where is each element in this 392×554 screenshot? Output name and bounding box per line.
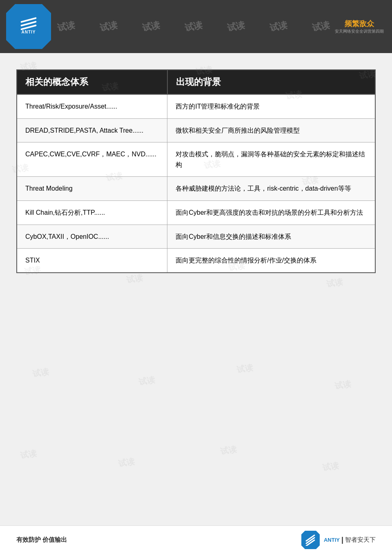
body-watermark-13: 试读 [32, 366, 50, 380]
footer-logo-svg [305, 534, 316, 546]
watermark-3: 试读 [141, 19, 161, 34]
body-watermark-19: 试读 [220, 444, 238, 458]
brand-subtitle: 安天网络安全全训营第四期 [335, 29, 384, 34]
body-watermark-20: 试读 [322, 460, 340, 474]
table-cell-concept: Threat/Risk/Exposure/Asset...... [17, 94, 167, 118]
table-cell-background: 面向Cyber和信息交换的描述和标准体系 [167, 225, 375, 249]
watermark-6: 试读 [269, 19, 289, 34]
table-row: STIX面向更完整的综合性的情报分析/作业/交换的体系 [17, 249, 375, 273]
table-header-row: 相关的概念体系 出现的背景 [17, 70, 375, 94]
logo-lines [20, 19, 37, 28]
body-watermark-14: 试读 [138, 374, 156, 388]
table-cell-concept: DREAD,STRIDE,PASTA, Attack Tree...... [17, 118, 167, 142]
table-cell-background: 对攻击模式，脆弱点，漏洞等各种基础的安全元素的标定和描述结构 [167, 142, 375, 177]
body-watermark-17: 试读 [20, 448, 38, 462]
header-right-brand: 频繁敌众 安天网络安全全训营第四期 [335, 19, 384, 34]
table-cell-concept: CAPEC,CWE,CVE,CVRF，MAEC，NVD...... [17, 142, 167, 177]
footer-brand-text: ANTIY | 智者安天下 [324, 536, 376, 544]
footer-logo-icon [301, 531, 320, 549]
watermark-4: 试读 [184, 19, 204, 34]
antiy-logo: ANTIY [6, 4, 51, 49]
footer-slogan: 有效防护 价值输出 [16, 536, 67, 544]
table-cell-background: 面向更完整的综合性的情报分析/作业/交换的体系 [167, 249, 375, 273]
table-cell-concept: Threat Modeling [17, 177, 167, 201]
col1-header: 相关的概念体系 [17, 70, 167, 94]
watermark-2: 试读 [99, 19, 119, 34]
table-body: Threat/Risk/Exposure/Asset......西方的IT管理和… [17, 94, 375, 273]
footer-separator: | [341, 536, 343, 544]
brand-name: 频繁敌众 [345, 19, 374, 29]
table-row: Threat/Risk/Exposure/Asset......西方的IT管理和… [17, 94, 375, 118]
body-watermark-16: 试读 [334, 378, 352, 392]
body-watermark-15: 试读 [236, 362, 254, 376]
footer-antiy-label: ANTIY [324, 537, 340, 543]
table-cell-background: 面向Cyber和更高强度的攻击和对抗的场景的分析工具和分析方法 [167, 200, 375, 225]
table-cell-concept: Kill Chain,钻石分析,TTP...... [17, 200, 167, 225]
concept-table: 相关的概念体系 出现的背景 Threat/Risk/Exposure/Asset… [16, 69, 376, 273]
table-cell-concept: CybOX,TAXII，OpenIOC...... [17, 225, 167, 249]
header-watermarks: 试读 试读 试读 试读 试读 试读 试读 [0, 0, 392, 53]
table-cell-background: 西方的IT管理和标准化的背景 [167, 94, 375, 118]
watermark-1: 试读 [56, 19, 76, 34]
col2-header: 出现的背景 [167, 70, 375, 94]
footer-tagline: 智者安天下 [345, 536, 376, 544]
page-footer: 有效防护 价值输出 ANTIY | 智者安天下 [0, 525, 392, 554]
table-cell-background: 各种威胁建模的方法论，工具，risk-centric，data-driven等等 [167, 177, 375, 201]
watermark-5: 试读 [226, 19, 246, 34]
table-cell-background: 微软和相关安全厂商所推出的风险管理模型 [167, 118, 375, 142]
body-watermark-18: 试读 [118, 456, 136, 470]
table-row: Kill Chain,钻石分析,TTP......面向Cyber和更高强度的攻击… [17, 200, 375, 225]
logo-label: ANTIY [22, 30, 36, 34]
table-cell-concept: STIX [17, 249, 167, 273]
table-row: Threat Modeling各种威胁建模的方法论，工具，risk-centri… [17, 177, 375, 201]
table-row: CAPEC,CWE,CVE,CVRF，MAEC，NVD......对攻击模式，脆… [17, 142, 375, 177]
table-row: CybOX,TAXII，OpenIOC......面向Cyber和信息交换的描述… [17, 225, 375, 249]
main-content: 相关的概念体系 出现的背景 Threat/Risk/Exposure/Asset… [0, 53, 392, 285]
page-header: ANTIY 试读 试读 试读 试读 试读 试读 试读 频繁敌众 安天网络安全全训… [0, 0, 392, 53]
table-row: DREAD,STRIDE,PASTA, Attack Tree......微软和… [17, 118, 375, 142]
footer-brand: ANTIY | 智者安天下 [301, 531, 376, 549]
watermark-7: 试读 [311, 19, 331, 34]
